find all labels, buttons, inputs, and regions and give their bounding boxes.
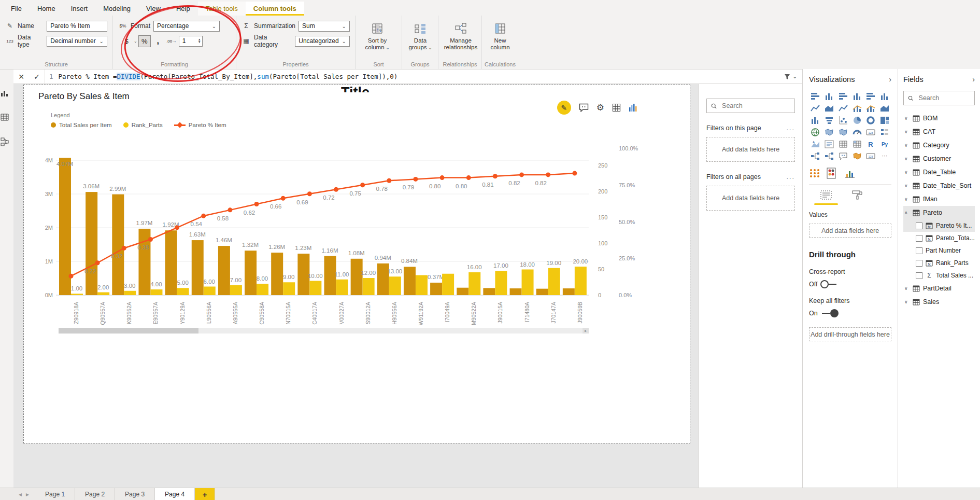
- line-clustered-column-chart-icon[interactable]: [864, 103, 877, 114]
- gauge-icon[interactable]: [851, 127, 863, 137]
- 100-stacked-bar-chart-icon[interactable]: [864, 91, 877, 102]
- table-item-cat[interactable]: ∨CAT: [903, 125, 975, 138]
- page-tab-page-4[interactable]: Page 4: [155, 488, 195, 500]
- table-item-fman[interactable]: ∨fMan: [903, 192, 975, 206]
- decimals-spinner[interactable]: ▲▼: [179, 36, 203, 47]
- r-script-icon[interactable]: R: [864, 138, 877, 149]
- page-tab-page-3[interactable]: Page 3: [115, 488, 155, 500]
- tab-column-tools[interactable]: Column tools: [246, 2, 304, 16]
- data-category-dropdown[interactable]: Uncategorized⌄: [295, 36, 350, 47]
- new-column-button[interactable]: New column: [487, 20, 513, 51]
- chevron-down-icon[interactable]: ⌄: [134, 39, 137, 44]
- fields-search-input[interactable]: [918, 94, 970, 102]
- tab-modeling[interactable]: Modeling: [95, 2, 138, 16]
- stacked-bar-chart-icon[interactable]: [809, 91, 821, 102]
- spinner-arrows-icon[interactable]: ▲▼: [198, 38, 203, 44]
- more-visuals-icon[interactable]: ⋯: [878, 150, 891, 161]
- datatype-dropdown[interactable]: Decimal number⌄: [47, 36, 107, 47]
- matrix-icon[interactable]: [851, 138, 863, 149]
- treemap-icon[interactable]: [878, 115, 891, 126]
- field-checkbox[interactable]: [916, 247, 922, 254]
- shape-map-icon[interactable]: [837, 127, 849, 137]
- field-checkbox[interactable]: [916, 223, 922, 229]
- ribbon-chart-icon[interactable]: [878, 103, 891, 114]
- area-chart-icon[interactable]: [823, 103, 835, 114]
- decimals-input[interactable]: [179, 37, 198, 45]
- mini-bar-chart-icon[interactable]: [844, 168, 857, 179]
- clustered-bar-chart-icon[interactable]: [837, 91, 849, 102]
- field-dots-icon[interactable]: [809, 168, 821, 179]
- keep-all-filters-toggle[interactable]: [821, 310, 839, 317]
- format-dropdown[interactable]: Percentage⌄: [153, 21, 220, 32]
- stacked-column-chart-icon[interactable]: [823, 91, 835, 102]
- field-item[interactable]: fxPareto_Tota...: [903, 232, 975, 244]
- thousands-separator-button[interactable]: ,: [152, 35, 164, 47]
- chevron-down-icon[interactable]: ∨: [904, 129, 910, 134]
- scrollbar-right-arrow-icon[interactable]: ▸: [583, 328, 589, 334]
- formula-bar-expand-icon[interactable]: ⌄: [793, 74, 797, 79]
- table-item-date_table_sort[interactable]: ∨Date_Table_Sort: [903, 179, 975, 192]
- format-pane-tab[interactable]: [851, 190, 863, 205]
- report-view-icon[interactable]: [0, 88, 9, 98]
- previous-page-icon[interactable]: ◂: [19, 491, 22, 498]
- table-item-bom[interactable]: ∨BOM: [903, 112, 975, 125]
- data-groups-button[interactable]: Data groups ⌄: [407, 20, 433, 51]
- next-page-icon[interactable]: ▸: [26, 491, 29, 498]
- page-tab-page-2[interactable]: Page 2: [75, 488, 115, 500]
- scrollbar-thumb[interactable]: [59, 328, 198, 334]
- cancel-formula-icon[interactable]: ✕: [13, 73, 29, 81]
- commit-formula-icon[interactable]: ✓: [29, 73, 45, 81]
- percent-button[interactable]: %: [138, 35, 151, 47]
- decimal-places-icon[interactable]: .00→: [165, 35, 178, 47]
- line-chart-icon[interactable]: [809, 103, 821, 114]
- collapse-pane-icon[interactable]: ›: [972, 75, 975, 84]
- table-item-customer[interactable]: ∨Customer: [903, 152, 975, 165]
- filters-search-box[interactable]: [706, 99, 795, 113]
- card-icon[interactable]: 123: [864, 127, 877, 137]
- kpi-icon[interactable]: ▲: [809, 138, 821, 149]
- chevron-down-icon[interactable]: ∨: [904, 299, 910, 304]
- key-influencers-icon[interactable]: [809, 150, 821, 161]
- chevron-down-icon[interactable]: ∨: [904, 156, 910, 161]
- chevron-up-icon[interactable]: ∧: [904, 210, 910, 215]
- colored-dots-panel-icon[interactable]: [827, 168, 839, 179]
- model-view-icon[interactable]: [0, 137, 9, 146]
- sort-by-column-button[interactable]: ↑↓ Sort by column ⌄: [361, 20, 394, 51]
- fields-search-box[interactable]: [903, 91, 975, 105]
- filters-search-input[interactable]: [721, 102, 790, 110]
- field-checkbox[interactable]: [916, 272, 922, 279]
- chevron-down-icon[interactable]: ∨: [904, 183, 910, 188]
- decomposition-tree-icon[interactable]: [823, 150, 835, 161]
- table-item-sales[interactable]: ∨Sales: [903, 295, 975, 309]
- field-item[interactable]: fxPareto % It...: [903, 219, 975, 232]
- field-checkbox[interactable]: [916, 260, 922, 267]
- line-stacked-column-chart-icon[interactable]: [851, 103, 863, 114]
- tab-insert[interactable]: Insert: [63, 2, 96, 16]
- chevron-down-icon[interactable]: ∨: [904, 116, 910, 121]
- more-options-icon[interactable]: ...: [787, 124, 795, 132]
- table-item-partdetail[interactable]: ∨PartDetail: [903, 282, 975, 295]
- tab-file[interactable]: File: [3, 2, 30, 16]
- table-item-category[interactable]: ∨Category: [903, 138, 975, 152]
- filter-funnel-icon[interactable]: [784, 73, 791, 80]
- pie-chart-icon[interactable]: [851, 115, 863, 126]
- 100-stacked-column-chart-icon[interactable]: [878, 91, 891, 102]
- filled-map-icon[interactable]: [823, 127, 835, 137]
- map-icon[interactable]: [809, 127, 821, 137]
- page-tab-page-1[interactable]: Page 1: [35, 488, 75, 500]
- multi-row-card-icon[interactable]: [878, 127, 891, 137]
- chevron-down-icon[interactable]: ∨: [904, 170, 910, 175]
- table-item-date_table[interactable]: ∨Date_Table: [903, 165, 975, 179]
- cross-report-toggle[interactable]: [820, 281, 838, 288]
- pareto-chart-plot[interactable]: 0M1M2M3M4M0501001502002500.0%25.0%50.0%7…: [24, 85, 691, 444]
- table-icon[interactable]: [837, 138, 849, 149]
- field-checkbox[interactable]: [916, 235, 922, 242]
- tab-table-tools[interactable]: Table tools: [198, 2, 246, 16]
- chevron-down-icon[interactable]: ∨: [904, 143, 910, 148]
- chart-horizontal-scrollbar[interactable]: ▸: [59, 328, 589, 334]
- smart-narrative-icon[interactable]: [851, 150, 863, 161]
- chevron-down-icon[interactable]: ∨: [904, 286, 910, 291]
- collapse-pane-icon[interactable]: ›: [889, 75, 891, 84]
- paginated-report-icon[interactable]: 123: [864, 150, 877, 161]
- field-item[interactable]: fxRank_Parts: [903, 257, 975, 269]
